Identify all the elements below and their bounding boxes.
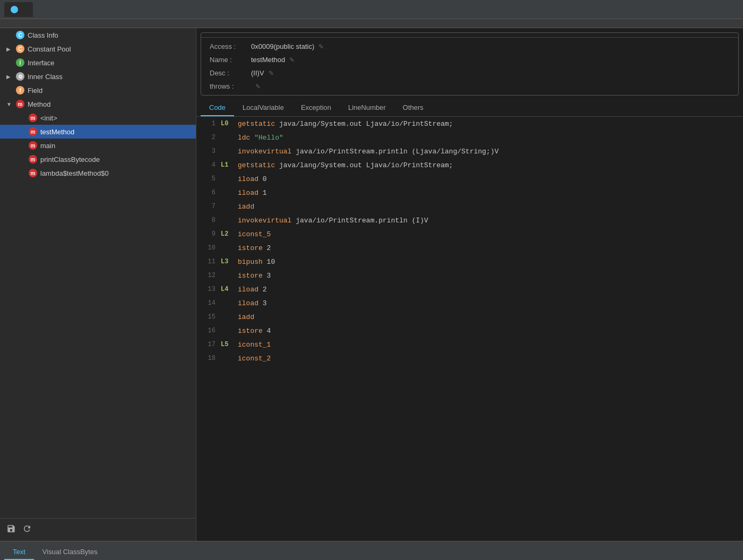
sidebar-label-main: main bbox=[40, 142, 55, 150]
line-content: java/io/PrintStream.println (I)V bbox=[291, 217, 428, 225]
method-info-value-1: testMethod bbox=[251, 56, 285, 64]
method-info-label-2: Desc : bbox=[210, 69, 247, 77]
code-line-8: 8invokevirtual java/io/PrintStream.print… bbox=[196, 213, 743, 227]
line-number: 1 bbox=[201, 120, 215, 127]
line-number: 8 bbox=[201, 217, 215, 224]
code-tab-others[interactable]: Others bbox=[394, 100, 432, 116]
sidebar-footer bbox=[0, 518, 196, 541]
code-tab-localvariable[interactable]: LocalVariable bbox=[234, 100, 292, 116]
sidebar-label-init: <init> bbox=[40, 114, 57, 122]
line-label: L2 bbox=[221, 230, 238, 238]
method-info-row-2: Desc :(II)V✎ bbox=[201, 66, 738, 80]
code-tab-code[interactable]: Code bbox=[201, 100, 234, 116]
code-line-11: 11L3bipush 10 bbox=[196, 255, 743, 269]
line-number: 15 bbox=[201, 313, 215, 321]
bottom-tab-text[interactable]: Text bbox=[4, 545, 34, 560]
code-line-12: 12istore 3 bbox=[196, 269, 743, 282]
badge-testMethod: m bbox=[29, 127, 37, 136]
line-label: L3 bbox=[221, 258, 238, 265]
method-info-label-0: Access : bbox=[210, 42, 247, 50]
code-line-7: 7iadd bbox=[196, 200, 743, 213]
save-icon[interactable] bbox=[6, 524, 16, 536]
method-info-row-3: throws :✎ bbox=[201, 80, 738, 93]
code-line-10: 10istore 2 bbox=[196, 241, 743, 255]
edit-icon-2[interactable]: ✎ bbox=[269, 70, 274, 77]
badge-field: f bbox=[16, 86, 24, 94]
code-line-6: 6iload 1 bbox=[196, 186, 743, 200]
method-info-label-1: Name : bbox=[210, 56, 247, 64]
sidebar-item-inner-class[interactable]: ▶⚙Inner Class bbox=[0, 70, 196, 83]
sidebar-item-testMethod[interactable]: mtestMethod bbox=[0, 125, 196, 139]
sidebar-label-testMethod: testMethod bbox=[40, 128, 74, 136]
sidebar-item-main[interactable]: mmain bbox=[0, 139, 196, 152]
line-number: 9 bbox=[201, 230, 215, 238]
badge-class-info: C bbox=[16, 31, 24, 39]
sidebar-item-lambda[interactable]: mlambda$testMethod$0 bbox=[0, 166, 196, 180]
line-number: 17 bbox=[201, 341, 215, 348]
line-content: 3 bbox=[258, 299, 267, 307]
expand-arrow: ▶ bbox=[6, 74, 13, 80]
badge-constant-pool: C bbox=[16, 45, 24, 53]
method-info-panel: Access :0x0009(public static)✎Name :test… bbox=[201, 32, 739, 96]
line-label: L4 bbox=[221, 286, 238, 293]
code-line-15: 15iadd bbox=[196, 310, 743, 324]
line-label: L1 bbox=[221, 161, 238, 169]
line-content: 0 bbox=[258, 175, 267, 183]
file-tab[interactable] bbox=[4, 2, 33, 17]
code-tab-exception[interactable]: Exception bbox=[292, 100, 340, 116]
line-content: 4 bbox=[263, 327, 271, 335]
line-number: 18 bbox=[201, 355, 215, 362]
line-number: 16 bbox=[201, 327, 215, 334]
edit-icon-1[interactable]: ✎ bbox=[289, 56, 295, 64]
line-content: 3 bbox=[263, 272, 271, 280]
code-line-17: 17L5iconst_1 bbox=[196, 338, 743, 351]
sidebar-item-interface[interactable]: IInterface bbox=[0, 56, 196, 70]
badge-method: m bbox=[16, 100, 24, 108]
line-number: 11 bbox=[201, 258, 215, 265]
edit-icon-3[interactable]: ✎ bbox=[255, 83, 261, 90]
code-tabs-bar: CodeLocalVariableExceptionLineNumberOthe… bbox=[196, 100, 743, 117]
sidebar-item-constant-pool[interactable]: ▶CConstant Pool bbox=[0, 42, 196, 56]
code-line-4: 4L1getstatic java/lang/System.out Ljava/… bbox=[196, 158, 743, 172]
line-number: 14 bbox=[201, 299, 215, 307]
code-area[interactable]: 1L0getstatic java/lang/System.out Ljava/… bbox=[196, 117, 743, 541]
refresh-icon[interactable] bbox=[22, 524, 32, 536]
sidebar-label-lambda: lambda$testMethod$0 bbox=[40, 169, 109, 177]
bottom-tab-visual-classbytes[interactable]: Visual ClassBytes bbox=[34, 545, 106, 560]
method-info-value-0: 0x0009(public static) bbox=[251, 42, 314, 50]
sidebar-item-method[interactable]: ▼mMethod bbox=[0, 97, 196, 111]
badge-printClassBytecode: m bbox=[29, 155, 37, 163]
method-info-table: Access :0x0009(public static)✎Name :test… bbox=[201, 38, 738, 95]
line-number: 7 bbox=[201, 203, 215, 210]
sidebar: CClass Info▶CConstant PoolIInterface▶⚙In… bbox=[0, 28, 196, 541]
line-number: 3 bbox=[201, 148, 215, 155]
sidebar-item-field[interactable]: fField bbox=[0, 83, 196, 97]
sidebar-label-printClassBytecode: printClassBytecode bbox=[40, 156, 100, 163]
sidebar-item-printClassBytecode[interactable]: mprintClassBytecode bbox=[0, 152, 196, 166]
code-line-9: 9L2iconst_5 bbox=[196, 227, 743, 241]
code-line-13: 13L4iload 2 bbox=[196, 282, 743, 296]
badge-main: m bbox=[29, 141, 37, 150]
line-content: 10 bbox=[263, 258, 275, 266]
expand-arrow: ▼ bbox=[6, 101, 13, 107]
line-content: java/lang/System.out Ljava/io/PrintStrea… bbox=[275, 120, 453, 128]
method-info-value-2: (II)V bbox=[251, 69, 264, 77]
line-number: 12 bbox=[201, 272, 215, 279]
line-label: L0 bbox=[221, 120, 238, 127]
line-number: 5 bbox=[201, 175, 215, 183]
right-panel: Access :0x0009(public static)✎Name :test… bbox=[196, 28, 743, 541]
sidebar-label-method: Method bbox=[28, 100, 50, 108]
sidebar-items: CClass Info▶CConstant PoolIInterface▶⚙In… bbox=[0, 28, 196, 518]
badge-inner-class: ⚙ bbox=[16, 72, 24, 81]
code-line-18: 18iconst_2 bbox=[196, 351, 743, 365]
main-area: CClass Info▶CConstant PoolIInterface▶⚙In… bbox=[0, 28, 743, 541]
line-content: java/lang/System.out Ljava/io/PrintStrea… bbox=[275, 161, 453, 169]
edit-icon-0[interactable]: ✎ bbox=[318, 43, 324, 50]
title-bar bbox=[0, 0, 743, 19]
sidebar-item-class-info[interactable]: CClass Info bbox=[0, 28, 196, 42]
code-tab-linenumber[interactable]: LineNumber bbox=[340, 100, 394, 116]
method-info-row-1: Name :testMethod✎ bbox=[201, 53, 738, 66]
sidebar-item-init[interactable]: m<init> bbox=[0, 111, 196, 125]
badge-interface: I bbox=[16, 58, 24, 67]
line-content: "Hello" bbox=[250, 134, 283, 142]
